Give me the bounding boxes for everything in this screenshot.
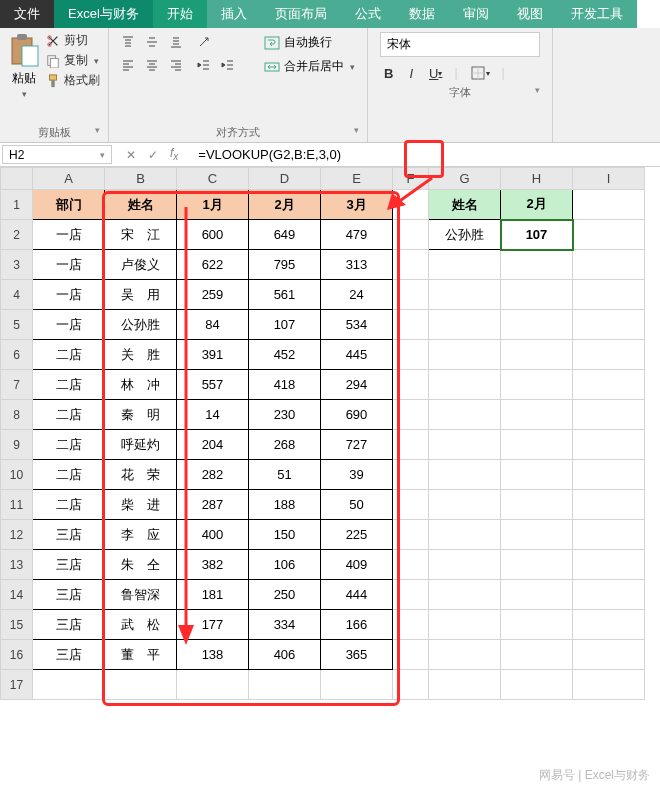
copy-button[interactable]: 复制▾ [46,52,100,69]
row-header[interactable]: 2 [1,220,33,250]
tab-addin[interactable]: Excel与财务 [54,0,153,28]
cell[interactable]: 622 [177,250,249,280]
cell[interactable]: 林 冲 [105,370,177,400]
cut-button[interactable]: 剪切 [46,32,100,49]
cell[interactable]: 107 [249,310,321,340]
cell[interactable] [393,610,429,640]
cell[interactable] [501,430,573,460]
bold-button[interactable]: B [380,64,397,83]
cell[interactable] [429,310,501,340]
cell[interactable] [429,460,501,490]
tab-file[interactable]: 文件 [0,0,54,28]
tab-dev[interactable]: 开发工具 [557,0,637,28]
cell[interactable]: 吴 用 [105,280,177,310]
cell[interactable]: 138 [177,640,249,670]
cell[interactable]: 部门 [33,190,105,220]
cell[interactable] [501,310,573,340]
cell[interactable] [393,220,429,250]
cell[interactable]: 一店 [33,250,105,280]
col-header[interactable]: A [33,168,105,190]
tab-review[interactable]: 审阅 [449,0,503,28]
tab-layout[interactable]: 页面布局 [261,0,341,28]
cell[interactable]: 230 [249,400,321,430]
cell[interactable]: 259 [177,280,249,310]
cell[interactable] [573,220,645,250]
cell[interactable]: 2月 [249,190,321,220]
cell[interactable]: 268 [249,430,321,460]
cell[interactable]: 李 应 [105,520,177,550]
cell[interactable] [573,550,645,580]
cell[interactable]: 关 胜 [105,340,177,370]
row-header[interactable]: 6 [1,340,33,370]
cell[interactable]: 727 [321,430,393,460]
col-header[interactable]: F [393,168,429,190]
cell[interactable] [393,430,429,460]
cell[interactable] [501,610,573,640]
cell[interactable]: 24 [321,280,393,310]
cell[interactable] [393,670,429,700]
indent-decrease-button[interactable] [193,55,215,75]
col-header[interactable]: C [177,168,249,190]
row-header[interactable]: 11 [1,490,33,520]
cell[interactable]: 二店 [33,430,105,460]
row-header[interactable]: 12 [1,520,33,550]
cell[interactable] [393,190,429,220]
cell[interactable]: 534 [321,310,393,340]
cell[interactable] [429,670,501,700]
cell[interactable]: 二店 [33,400,105,430]
cell[interactable] [501,640,573,670]
cell[interactable] [393,280,429,310]
cell[interactable]: 84 [177,310,249,340]
cell[interactable]: 225 [321,520,393,550]
cell[interactable] [573,280,645,310]
cell[interactable] [393,250,429,280]
cell[interactable] [573,340,645,370]
cell[interactable] [429,250,501,280]
cell[interactable] [249,670,321,700]
cell[interactable]: 294 [321,370,393,400]
cell[interactable]: 287 [177,490,249,520]
row-header[interactable]: 8 [1,400,33,430]
tab-view[interactable]: 视图 [503,0,557,28]
cell[interactable]: 三店 [33,580,105,610]
cell[interactable]: 公孙胜 [429,220,501,250]
cell[interactable] [573,490,645,520]
cell[interactable] [501,250,573,280]
cell[interactable]: 690 [321,400,393,430]
cancel-icon[interactable]: ✕ [126,148,136,162]
align-center-button[interactable] [141,55,163,75]
cell[interactable] [501,520,573,550]
row-header[interactable]: 9 [1,430,33,460]
cell[interactable] [393,550,429,580]
cell[interactable]: 花 荣 [105,460,177,490]
cell[interactable] [393,460,429,490]
cell[interactable] [429,520,501,550]
row-header[interactable]: 14 [1,580,33,610]
row-header[interactable]: 17 [1,670,33,700]
cell[interactable] [393,520,429,550]
cell[interactable]: 2月 [501,190,573,220]
col-header[interactable]: D [249,168,321,190]
cell[interactable] [573,670,645,700]
align-middle-button[interactable] [141,32,163,52]
cell[interactable]: 一店 [33,280,105,310]
cell[interactable] [429,280,501,310]
cell[interactable] [501,550,573,580]
col-header[interactable]: E [321,168,393,190]
cell[interactable] [393,310,429,340]
cell[interactable]: 一店 [33,310,105,340]
cell[interactable] [501,670,573,700]
cell[interactable] [321,670,393,700]
cell[interactable]: 卢俊义 [105,250,177,280]
cell[interactable]: 282 [177,460,249,490]
italic-button[interactable]: I [405,64,417,83]
cell[interactable] [33,670,105,700]
cell[interactable] [573,610,645,640]
cell[interactable]: 3月 [321,190,393,220]
cell[interactable] [429,400,501,430]
col-header[interactable]: G [429,168,501,190]
cell[interactable]: 1月 [177,190,249,220]
cell[interactable]: 三店 [33,520,105,550]
cell[interactable]: 479 [321,220,393,250]
cell[interactable] [501,580,573,610]
